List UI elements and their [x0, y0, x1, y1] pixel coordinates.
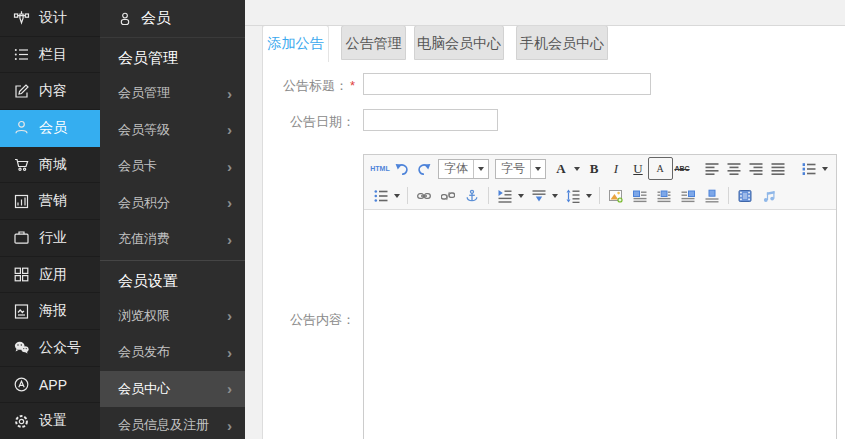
submenu-item-browse-permission[interactable]: 浏览权限› [100, 298, 245, 335]
font-family-select-label: 字体 [439, 160, 473, 177]
submenu-item-member-publish[interactable]: 会员发布› [100, 334, 245, 371]
submenu-item-recharge-consumption[interactable]: 充值消费› [100, 221, 245, 258]
announcement-content-editor[interactable] [364, 210, 836, 439]
secondary-sidebar-header: 会员 [100, 0, 245, 38]
align-right-icon [746, 158, 766, 179]
sidebar-item-apps[interactable]: 应用 [0, 257, 100, 294]
align-justify-icon [768, 158, 788, 179]
sidebar-item-label: 行业 [39, 229, 67, 247]
submenu-item-member-center[interactable]: 会员中心› [100, 371, 245, 408]
announcement-title-input[interactable] [363, 73, 651, 95]
sidebar-item-app[interactable]: APP [0, 367, 100, 404]
insert-video-icon [735, 185, 755, 206]
html-source-button[interactable]: HTML [370, 158, 390, 179]
tab-add-announcement[interactable]: 添加公告 [262, 26, 329, 62]
redo-icon [414, 158, 434, 179]
remove-link-icon [438, 185, 458, 206]
cart-icon [13, 156, 30, 173]
dropdown-arrow-icon [530, 160, 545, 178]
align-justify-button[interactable] [768, 158, 788, 179]
list-icon [13, 46, 30, 63]
sidebar-item-marketing[interactable]: 营销 [0, 183, 100, 220]
sidebar-item-content[interactable]: 内容 [0, 73, 100, 110]
insert-image-button[interactable] [605, 185, 627, 206]
line-height-icon [529, 185, 549, 206]
remove-link-button[interactable] [437, 185, 459, 206]
announcement-title-label: 公告标题：* [263, 77, 355, 95]
submenu-item-member-info-register[interactable]: 会员信息及注册› [100, 407, 245, 439]
submenu-item-member-card[interactable]: 会员卡› [100, 148, 245, 185]
insert-link-button[interactable] [413, 185, 435, 206]
insert-music-icon [759, 185, 779, 206]
sidebar-item-columns[interactable]: 栏目 [0, 37, 100, 74]
briefcase-icon [13, 229, 30, 246]
sidebar-item-label: 海报 [39, 302, 67, 320]
sidebar-item-label: 应用 [39, 266, 67, 284]
sidebar-item-label: 内容 [39, 82, 67, 100]
ordered-list-button[interactable] [798, 158, 830, 179]
italic-icon: I [606, 158, 626, 179]
sidebar-item-member[interactable]: 会员 [0, 110, 100, 147]
align-left-button[interactable] [702, 158, 722, 179]
italic-button[interactable]: I [606, 158, 626, 179]
chart-icon [13, 193, 30, 210]
text-border-button[interactable]: A [650, 158, 670, 179]
sidebar-item-design[interactable]: 设计 [0, 0, 100, 37]
submenu-item-member-level[interactable]: 会员等级› [100, 112, 245, 149]
tab-pc-member-center[interactable]: 电脑会员中心 [414, 26, 504, 60]
paragraph-spacing-button[interactable] [562, 185, 594, 206]
bold-icon: B [584, 158, 604, 179]
font-family-select[interactable]: 字体 [438, 159, 489, 179]
align-left-icon [702, 158, 722, 179]
sidebar-item-wechat[interactable]: 公众号 [0, 330, 100, 367]
insert-music-button[interactable] [758, 185, 780, 206]
image-align-right-button[interactable] [677, 185, 699, 206]
announcement-content-label: 公告内容： [263, 311, 355, 329]
insert-image-icon [606, 185, 626, 206]
edit-icon [13, 83, 30, 100]
tab-announcement-management[interactable]: 公告管理 [341, 26, 406, 60]
align-right-button[interactable] [746, 158, 766, 179]
unordered-list-icon [371, 185, 391, 206]
font-color-button[interactable]: A [550, 158, 582, 179]
image-align-center-button[interactable] [653, 185, 675, 206]
appstore-icon [13, 376, 30, 393]
undo-button[interactable] [392, 158, 412, 179]
align-center-button[interactable] [724, 158, 744, 179]
font-size-select-label: 字号 [496, 160, 530, 177]
image-align-left-button[interactable] [629, 185, 651, 206]
bold-button[interactable]: B [584, 158, 604, 179]
sidebar-item-label: 营销 [39, 192, 67, 210]
line-height-button[interactable] [528, 185, 560, 206]
chevron-right-icon: › [227, 122, 232, 137]
submenu-item-member-points[interactable]: 会员积分› [100, 185, 245, 222]
poster-icon [13, 303, 30, 320]
sidebar-item-industry[interactable]: 行业 [0, 220, 100, 257]
unordered-list-button[interactable] [370, 185, 402, 206]
chevron-right-icon: › [227, 308, 232, 323]
sidebar-item-mall[interactable]: 商城 [0, 147, 100, 184]
strikethrough-button[interactable]: ABC [672, 158, 692, 179]
paragraph-spacing-icon [563, 185, 583, 206]
submenu-item-label: 会员中心 [118, 380, 170, 398]
submenu-item-member-management[interactable]: 会员管理› [100, 75, 245, 112]
sidebar-item-label: 设计 [39, 9, 67, 27]
sidebar-item-poster[interactable]: 海报 [0, 293, 100, 330]
indent-icon [495, 185, 515, 206]
strikethrough-icon: ABC [672, 158, 692, 179]
image-align-left-icon [630, 185, 650, 206]
toolbar-separator [728, 187, 729, 204]
indent-button[interactable] [494, 185, 526, 206]
image-block-button[interactable] [701, 185, 723, 206]
top-strip [245, 0, 845, 26]
announcement-date-input[interactable] [363, 109, 498, 131]
font-size-select[interactable]: 字号 [495, 159, 546, 179]
toolbar-row [364, 182, 836, 209]
underline-button[interactable]: U [628, 158, 648, 179]
sidebar-item-settings[interactable]: 设置 [0, 403, 100, 439]
anchor-button[interactable] [461, 185, 483, 206]
insert-video-button[interactable] [734, 185, 756, 206]
tab-mobile-member-center[interactable]: 手机会员中心 [516, 26, 608, 60]
redo-button[interactable] [414, 158, 434, 179]
secondary-sidebar: 会员 会员管理会员管理›会员等级›会员卡›会员积分›充值消费›会员设置浏览权限›… [100, 0, 245, 439]
